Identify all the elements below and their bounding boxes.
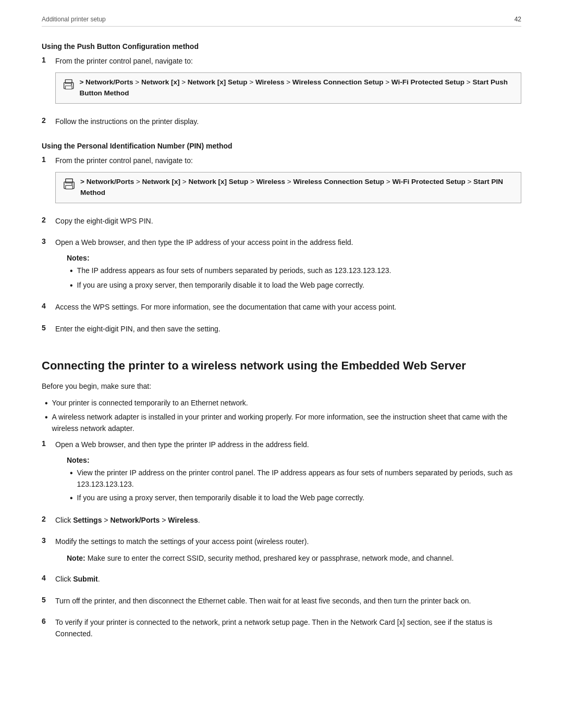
section2-step5-text: Enter the eight-digit PIN, and then save… (55, 324, 521, 335)
step-number: 3 (42, 536, 53, 545)
svg-rect-2 (65, 85, 72, 89)
section3-prereq-list: Your printer is connected temporarily to… (42, 398, 521, 435)
section3-step6-text: To verify if your printer is connected t… (55, 617, 521, 639)
section-pin: Using the Personal Identification Number… (42, 142, 521, 340)
page: Additional printer setup 42 Using the Pu… (0, 0, 563, 728)
step-number: 4 (42, 574, 53, 582)
section3-step1: 1 Open a Web browser, and then type the … (42, 439, 521, 509)
list-item: If you are using a proxy server, then te… (67, 492, 521, 504)
section2-nav-text: > Network/Ports > Network [x] > Network … (80, 177, 515, 199)
svg-point-7 (71, 183, 72, 184)
section1-nav-box: > Network/Ports > Network [x] > Network … (55, 72, 521, 104)
page-number: 42 (515, 16, 521, 23)
section1-step1-text: From the printer control panel, navigate… (55, 56, 521, 67)
section3-step6: 6 To verify if your printer is connected… (42, 617, 521, 645)
section1-nav-text: > Network/Ports > Network [x] > Network … (79, 77, 515, 99)
step-number: 5 (42, 596, 53, 604)
section2-notes-list: The IP address appears as four sets of n… (67, 265, 521, 291)
printer-icon (62, 177, 76, 191)
section3-step4-text: Click Submit. (55, 574, 521, 585)
note-inline-text: Make sure to enter the correct SSID, sec… (85, 554, 454, 562)
svg-rect-1 (65, 80, 72, 83)
section2-step4: 4 Access the WPS settings. For more info… (42, 302, 521, 318)
section2-step2: 2 Copy the eight-digit WPS PIN. (42, 216, 521, 232)
step-number: 6 (42, 617, 53, 625)
step-number: 2 (42, 216, 53, 224)
section3-step4: 4 Click Submit. (42, 574, 521, 590)
section3-notes-label: Notes: (67, 456, 521, 464)
section1-step2-text: Follow the instructions on the printer d… (55, 116, 521, 128)
section3-note-inline: Note: Make sure to enter the correct SSI… (67, 553, 521, 564)
note-text: The IP address appears as four sets of n… (77, 265, 391, 277)
step-number: 1 (42, 439, 53, 448)
list-item: A wireless network adapter is installed … (42, 412, 521, 434)
list-item: The IP address appears as four sets of n… (67, 265, 521, 277)
section3-step3-text: Modify the settings to match the setting… (55, 536, 521, 548)
step-number: 3 (42, 237, 53, 245)
header-title: Additional printer setup (42, 16, 106, 23)
section2-step5: 5 Enter the eight-digit PIN, and then sa… (42, 324, 521, 340)
svg-rect-5 (66, 179, 73, 183)
svg-rect-6 (66, 186, 73, 189)
list-item: If you are using a proxy server, then te… (67, 280, 521, 291)
bullet-text: Your printer is connected temporarily to… (52, 398, 248, 409)
section2-step2-text: Copy the eight-digit WPS PIN. (55, 216, 521, 227)
section2-step4-text: Access the WPS settings. For more inform… (55, 302, 521, 313)
section3-step2: 2 Click Settings > Network/Ports > Wirel… (42, 515, 521, 532)
section3-step1-text: Open a Web browser, and then type the pr… (55, 439, 521, 451)
section3-step5-text: Turn off the printer, and then disconnec… (55, 596, 521, 607)
section3-intro: Before you begin, make sure that: (42, 381, 521, 392)
section3-notes-list: View the printer IP address on the print… (67, 467, 521, 504)
list-item: View the printer IP address on the print… (67, 467, 521, 490)
section2-step1-text: From the printer control panel, navigate… (55, 155, 521, 167)
section-push-button: Using the Push Button Configuration meth… (42, 42, 521, 132)
note-text: View the printer IP address on the print… (77, 467, 521, 490)
section3-heading: Connecting the printer to a wireless net… (42, 359, 521, 374)
step-number: 2 (42, 116, 53, 125)
step-number: 2 (42, 515, 53, 523)
section2-notes-label: Notes: (67, 254, 521, 262)
section-ews: Connecting the printer to a wireless net… (42, 359, 521, 645)
note-text: If you are using a proxy server, then te… (77, 492, 364, 504)
svg-point-3 (71, 84, 72, 85)
note-inline-label: Note: (67, 554, 85, 562)
section3-step5: 5 Turn off the printer, and then disconn… (42, 596, 521, 612)
list-item: Your printer is connected temporarily to… (42, 398, 521, 409)
printer-icon (62, 77, 75, 92)
section3-step2-text: Click Settings > Network/Ports > Wireles… (55, 515, 521, 526)
step-number: 1 (42, 56, 53, 64)
section2-step3-text: Open a Web browser, and then type the IP… (55, 237, 521, 249)
bullet-text: A wireless network adapter is installed … (52, 412, 521, 434)
section2-step1: 1 From the printer control panel, naviga… (42, 155, 521, 211)
step-number: 1 (42, 155, 53, 164)
section2-nav-box: > Network/Ports > Network [x] > Network … (55, 172, 521, 203)
step-number: 5 (42, 324, 53, 332)
note-text: If you are using a proxy server, then te… (77, 280, 364, 291)
page-header: Additional printer setup 42 (42, 16, 521, 27)
section2-step3: 3 Open a Web browser, and then type the … (42, 237, 521, 296)
step-number: 4 (42, 302, 53, 310)
section2-heading: Using the Personal Identification Number… (42, 142, 521, 150)
section3-step3: 3 Modify the settings to match the setti… (42, 536, 521, 568)
section1-heading: Using the Push Button Configuration meth… (42, 42, 521, 51)
section1-step1: 1 From the printer control panel, naviga… (42, 56, 521, 111)
section1-step2: 2 Follow the instructions on the printer… (42, 116, 521, 133)
